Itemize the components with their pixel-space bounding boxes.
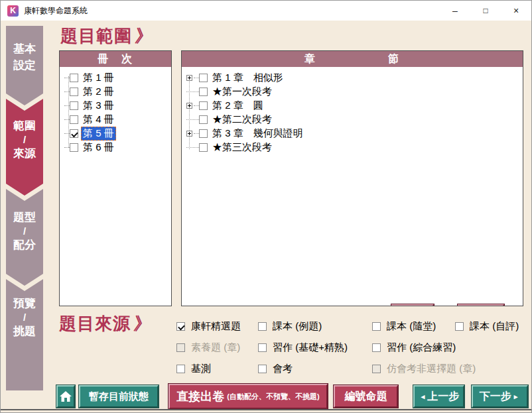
numbered-generate-button[interactable]: 編號命題 [334,385,398,408]
checkbox-checked[interactable] [70,129,78,138]
volume-label[interactable]: 第 6 冊 [81,141,116,154]
checkbox[interactable] [199,101,208,110]
checkbox[interactable] [70,88,78,96]
expand-plus-icon[interactable] [186,103,192,109]
source-option-basic-test[interactable]: 基測 [176,362,211,375]
volume-panel: 冊 次 第 1 冊 第 2 冊 第 3 冊 第 4 冊 [59,50,172,306]
exam-item-1[interactable]: ★第一次段考 [182,85,523,99]
checkbox[interactable] [372,322,381,331]
source-option-textbook-inclass[interactable]: 課本 (隨堂) [372,320,436,333]
exam-label[interactable]: ★第三次段考 [210,141,274,154]
checkbox[interactable] [70,74,78,82]
expand-plus-icon[interactable] [186,131,192,137]
tree-connector [64,147,70,148]
direct-generate-button[interactable]: 直接出卷 (自動配分、不預覽、不挑題) [168,384,328,409]
source-option-textbook-examples[interactable]: 課本 (例題) [258,320,322,333]
tree-connector [194,133,199,134]
chapter-item-3[interactable]: 第 3 章 幾何與證明 [182,127,523,141]
select-all-button[interactable]: 全部選取 [391,304,434,306]
chapter-tree: 第 1 章 相似形 ★第一次段考 第 2 章 圓 ★第二次段考 [182,67,523,306]
maximize-icon[interactable]: □ [470,1,501,21]
chapter-label[interactable]: 第 1 章 相似形 [210,71,285,85]
checkbox[interactable] [70,101,78,110]
volume-label[interactable]: 第 3 冊 [81,99,116,113]
checkbox[interactable] [70,143,78,152]
source-option-workbook-basic[interactable]: 習作 (基礎+精熟) [258,341,348,354]
tree-connector [64,119,70,120]
volume-label[interactable]: 第 1 冊 [81,71,116,85]
home-icon [60,391,72,402]
previous-step-button[interactable]: ◂ 上一步 [413,385,464,408]
checkbox[interactable] [199,88,208,96]
expand-plus-icon[interactable] [186,75,192,81]
checkbox[interactable] [258,322,267,331]
checkbox-checked[interactable] [176,322,185,331]
volume-item-1[interactable]: 第 1 冊 [60,71,171,85]
close-icon[interactable]: × [501,1,531,21]
checkbox[interactable] [455,322,464,331]
minimize-icon[interactable]: – [440,1,470,21]
double-angle-icon: 》 [134,25,155,48]
volume-label[interactable]: 第 4 冊 [81,113,116,127]
source-section-title: 題目來源》 [59,312,152,335]
scope-section-title: 題目範圍》 [60,25,153,48]
sidebar-tab-label: 基本 設定 [6,40,43,74]
save-state-button[interactable]: 暫存目前狀態 [79,385,159,408]
tree-connector [64,78,70,78]
next-step-button[interactable]: 下一步 ▸ [472,385,528,408]
exam-label[interactable]: ★第二次段考 [210,113,274,127]
exam-item-2[interactable]: ★第二次段考 [182,113,523,127]
checkbox[interactable] [199,129,208,138]
chapter-panel: 章 節 第 1 章 相似形 ★第一次段考 第 2 章 圓 [181,50,523,306]
source-option-mock-exam-disabled: 仿會考非選擇題 (章) [372,362,476,375]
tree-connector [186,119,199,120]
tree-connector [194,105,199,106]
tree-connector [64,133,70,134]
chapter-item-2[interactable]: 第 2 章 圓 [182,99,523,113]
chapter-label[interactable]: 第 2 章 圓 [210,99,265,113]
sidebar-tab-label: 題型 / 配分 [6,209,43,253]
sidebar-tab-scope-source[interactable]: 範圍 / 來源 [6,99,43,196]
deselect-all-button[interactable]: 取消全選 [458,304,504,306]
volume-item-4[interactable]: 第 4 冊 [60,113,171,127]
source-option-textbook-selfcheck[interactable]: 課本 (自評) [455,320,519,333]
checkbox[interactable] [199,143,208,152]
home-button[interactable] [56,385,75,408]
chapter-label[interactable]: 第 3 章 幾何與證明 [210,127,305,141]
window-controls: – □ × [440,1,531,21]
direct-generate-subtext: (自動配分、不預覽、不挑題) [227,392,319,402]
volume-panel-header: 冊 次 [60,51,171,67]
tree-connector [186,91,199,92]
checkbox-disabled [372,365,381,373]
sidebar-tab-label: 預覽 / 挑題 [6,295,43,339]
checkbox[interactable] [258,365,267,373]
source-option-workbook-practice[interactable]: 習作 (綜合練習) [372,341,456,354]
volume-label-selected[interactable]: 第 5 冊 [81,127,116,141]
source-option-kanghsuan-selected[interactable]: 康軒精選題 [176,320,241,333]
sidebar-tab-question-types[interactable]: 題型 / 配分 [6,189,43,286]
source-option-literacy-disabled: 素養題 (章) [176,341,240,354]
exam-item-3[interactable]: ★第三次段考 [182,141,523,154]
window-title: 康軒數學命題系統 [24,5,88,17]
volume-item-2[interactable]: 第 2 冊 [60,85,171,99]
app-icon: K [7,5,19,17]
volume-label[interactable]: 第 2 冊 [81,85,116,99]
chapter-item-1[interactable]: 第 1 章 相似形 [182,71,523,85]
checkbox[interactable] [199,115,208,124]
volume-item-3[interactable]: 第 3 冊 [60,99,171,113]
checkbox[interactable] [176,365,185,373]
source-option-comprehensive-exam[interactable]: 會考 [258,362,293,375]
left-arrow-icon: ◂ [421,392,425,401]
checkbox[interactable] [258,343,267,352]
checkbox[interactable] [372,343,381,352]
exam-label[interactable]: ★第一次段考 [210,85,274,99]
checkbox[interactable] [199,74,208,82]
app-window: K 康軒數學命題系統 – □ × 基本 設定 範圍 / 來源 題型 / 配分 預… [0,0,532,413]
volume-item-5[interactable]: 第 5 冊 [60,127,171,141]
sidebar-tab-preview-pick[interactable]: 預覽 / 挑題 [6,279,43,390]
sidebar-tab-basic-settings[interactable]: 基本 設定 [6,26,43,105]
sidebar-tab-label: 範圍 / 來源 [6,117,43,162]
checkbox[interactable] [70,115,78,124]
volume-item-6[interactable]: 第 6 冊 [60,141,171,154]
double-angle-icon: 》 [133,312,154,335]
